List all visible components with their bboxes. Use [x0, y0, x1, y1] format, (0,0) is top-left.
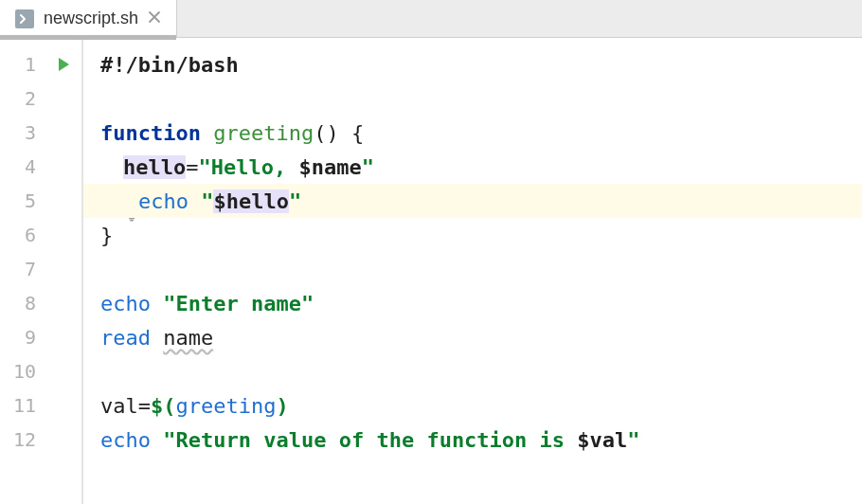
code-line[interactable]: [83, 81, 862, 116]
line-number-gutter[interactable]: 1 2 3 4 5 6 7 8 9 10 11 12: [0, 38, 45, 504]
string-text: Return value of the function is: [175, 428, 577, 452]
code-line[interactable]: echo "Return value of the function is $v…: [83, 423, 862, 457]
code-line[interactable]: read name: [83, 320, 862, 354]
command-sub-open: $(: [151, 394, 176, 418]
command-echo: echo: [138, 189, 189, 213]
function-name: greeting: [213, 121, 314, 145]
string-literal: "Enter name": [163, 292, 314, 315]
code-line[interactable]: #!/bin/bash: [83, 47, 862, 81]
terminal-file-icon: [15, 9, 34, 28]
tab-filename: newscript.sh: [44, 9, 138, 28]
brace-close: }: [100, 224, 113, 247]
editor-area: 1 2 3 4 5 6 7 8 9 10 11 12: [0, 38, 862, 504]
shebang: #!/bin/bash: [100, 53, 239, 77]
line-number: 8: [0, 286, 45, 320]
string-quote: ": [362, 155, 374, 179]
string-quote: ": [627, 428, 639, 452]
tab-bar: newscript.sh: [0, 0, 862, 38]
string-quote: ": [163, 428, 175, 452]
code-line[interactable]: val=$(greeting): [83, 388, 862, 423]
line-number: 12: [0, 423, 45, 457]
code-line[interactable]: hello="Hello, $name": [83, 150, 862, 184]
string-quote: ": [289, 189, 301, 213]
command-echo: echo: [100, 428, 151, 452]
code-line[interactable]: function greeting() {: [83, 116, 862, 150]
assign-op: =: [186, 155, 198, 179]
code-line[interactable]: [83, 354, 862, 388]
line-number: 1: [0, 47, 45, 81]
keyword-function: function: [100, 121, 201, 145]
command-echo: echo: [100, 292, 151, 315]
code-line[interactable]: echo "Enter name": [83, 286, 862, 320]
line-number: 7: [0, 252, 45, 286]
code-line[interactable]: [83, 252, 862, 286]
command-sub-close: ): [276, 394, 288, 418]
line-number: 9: [0, 320, 45, 354]
punct: () {: [314, 121, 364, 145]
run-gutter-icon[interactable]: [45, 47, 81, 81]
gutter-marker-column: [45, 38, 83, 504]
line-number: 10: [0, 354, 45, 388]
code-line-current[interactable]: echo "$hello": [83, 184, 862, 218]
line-number: 6: [0, 218, 45, 252]
line-number: 4: [0, 150, 45, 184]
code-line[interactable]: }: [83, 218, 862, 252]
line-number: 5: [0, 184, 45, 218]
assign-op: =: [138, 394, 151, 418]
string-text: Hello,: [211, 155, 299, 179]
variable-name: val: [100, 394, 138, 418]
variable-ref: $val: [577, 428, 627, 452]
close-icon[interactable]: [148, 9, 161, 28]
variable-ref: $name: [298, 155, 361, 179]
string-quote: ": [201, 189, 213, 213]
lightbulb-icon[interactable]: [121, 155, 142, 176]
read-arg: name: [163, 326, 213, 350]
function-call: greeting: [176, 394, 277, 418]
variable-ref: $hello: [213, 189, 288, 213]
string-quote: ": [198, 155, 210, 179]
command-read: read: [100, 326, 151, 350]
code-area[interactable]: #!/bin/bash function greeting() { hello=…: [83, 38, 862, 504]
file-tab-newscript[interactable]: newscript.sh: [0, 0, 177, 37]
line-number: 3: [0, 116, 45, 150]
line-number: 2: [0, 81, 45, 116]
play-icon: [55, 56, 72, 73]
line-number: 11: [0, 388, 45, 423]
editor-root: newscript.sh 1 2 3 4 5 6 7 8 9 10 11 12: [0, 0, 862, 504]
